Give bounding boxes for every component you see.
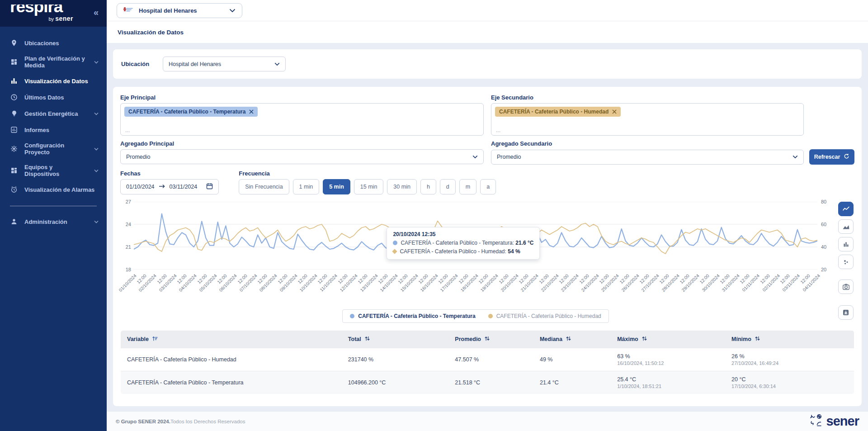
tooltip-row-humidity: CAFETERÍA - Cafetería Público - Humedad:… bbox=[393, 247, 533, 256]
freq-5min-button[interactable]: 5 min bbox=[323, 179, 350, 194]
multiselect-placeholder: ... bbox=[496, 127, 500, 133]
location-dropdown-value: Hospital del Henares bbox=[139, 7, 224, 14]
sidebar-divider bbox=[10, 206, 97, 206]
refresh-button[interactable]: Refrescar bbox=[809, 149, 854, 165]
freq-year-button[interactable]: a bbox=[480, 179, 496, 194]
freq-1min-button[interactable]: 1 min bbox=[293, 179, 320, 194]
chevron-down-icon bbox=[94, 112, 99, 115]
header-variable[interactable]: Variable bbox=[121, 331, 342, 348]
location-filter-card: Ubicación Hospital del Henares bbox=[113, 49, 862, 79]
dates-group: Fechas 01/10/2024 03/11/2024 bbox=[120, 170, 219, 194]
legend-label: CAFETERÍA - Cafetería Público - Temperat… bbox=[358, 313, 475, 319]
header-total[interactable]: Total bbox=[342, 331, 449, 348]
chart-type-bar-button[interactable] bbox=[838, 237, 854, 251]
sidebar-item-label: Gestión Energética bbox=[24, 110, 78, 117]
chart-type-line-button[interactable] bbox=[838, 202, 854, 216]
sidebar: respira by sener « Ubicaciones Plan de V… bbox=[0, 0, 107, 431]
y-tick-label: 18 bbox=[126, 267, 131, 272]
y-tick-label: 80 bbox=[821, 199, 826, 204]
sidebar-item-visualizacion-datos[interactable]: Visualización de Datos bbox=[0, 73, 107, 89]
ubicacion-select-value: Hospital del Henares bbox=[169, 61, 221, 67]
header-maximo[interactable]: Máximo bbox=[611, 331, 725, 348]
frequency-group: Frecuencia Sin Frecuencia 1 min 5 min 15… bbox=[239, 170, 496, 194]
freq-30min-button[interactable]: 30 min bbox=[387, 179, 417, 194]
agregado-secundario-select[interactable]: Promedio bbox=[491, 150, 804, 165]
date-start-value: 01/10/2024 bbox=[126, 184, 155, 190]
sort-icon bbox=[484, 336, 490, 343]
freq-sin-frecuencia-button[interactable]: Sin Frecuencia bbox=[239, 179, 289, 194]
chevron-down-icon bbox=[94, 169, 99, 172]
legend-dot-icon bbox=[488, 314, 493, 318]
report-chart-icon bbox=[10, 126, 18, 134]
refresh-icon bbox=[844, 153, 849, 161]
chart-type-area-button[interactable] bbox=[838, 219, 854, 234]
sidebar-item-administracion[interactable]: Administración bbox=[0, 213, 107, 230]
header-minimo[interactable]: Mínimo bbox=[725, 331, 854, 348]
chart-plot[interactable]: 20/10/2024 12:35 CAFETERÍA - Cafetería P… bbox=[134, 202, 817, 270]
remove-tag-icon[interactable] bbox=[612, 109, 617, 114]
sener-logo: sener bbox=[809, 414, 859, 429]
y-axis-left: 27242118 bbox=[120, 202, 134, 270]
chart-section: 27242118 20/10/2024 12:35 CAFETERÍA - Ca… bbox=[120, 202, 854, 323]
cell-promedio: 21.518 °C bbox=[448, 371, 533, 394]
ubicacion-select[interactable]: Hospital del Henares bbox=[163, 57, 286, 71]
chart-type-scatter-button[interactable] bbox=[838, 255, 854, 269]
sidebar-item-ultimos-datos[interactable]: Últimos Datos bbox=[0, 89, 107, 105]
stats-table-header-row: Variable Total Promedio Mediana Máximo M… bbox=[121, 331, 854, 348]
sort-icon bbox=[755, 336, 760, 343]
sener-glyphs-icon bbox=[809, 414, 823, 429]
table-row-humedad: CAFETERÍA - Cafetería Público - Humedad … bbox=[121, 348, 854, 371]
sidebar-item-ubicaciones[interactable]: Ubicaciones bbox=[0, 35, 107, 51]
cell-mediana: 49 % bbox=[533, 348, 611, 371]
remove-tag-icon[interactable] bbox=[249, 109, 254, 114]
gear-icon bbox=[10, 145, 18, 153]
sidebar-item-gestion-energetica[interactable]: Gestión Energética bbox=[0, 105, 107, 122]
sort-icon bbox=[364, 336, 370, 343]
sidebar-collapse-button[interactable]: « bbox=[94, 7, 99, 18]
freq-15min-button[interactable]: 15 min bbox=[354, 179, 384, 194]
y-tick-label: 40 bbox=[821, 244, 826, 250]
legend-item-temperature[interactable]: CAFETERÍA - Cafetería Público - Temperat… bbox=[350, 313, 475, 319]
sidebar-item-equipos-dispositivos[interactable]: Equipos y Dispositivos bbox=[0, 160, 107, 181]
cell-variable: CAFETERÍA - Cafetería Público - Temperat… bbox=[121, 371, 342, 394]
export-download-button[interactable] bbox=[838, 305, 854, 320]
header-promedio[interactable]: Promedio bbox=[448, 331, 533, 348]
sidebar-item-plan-verificacion[interactable]: Plan de Verificación y Medida bbox=[0, 51, 107, 73]
sidebar-item-visualizacion-alarmas[interactable]: Visualización de Alarmas bbox=[0, 181, 107, 198]
header-mediana[interactable]: Mediana bbox=[533, 331, 611, 348]
freq-hour-button[interactable]: h bbox=[420, 179, 436, 194]
agregado-principal-select[interactable]: Promedio bbox=[120, 149, 484, 164]
sidebar-item-informes[interactable]: Informes bbox=[0, 122, 107, 138]
sener-wordmark: sener bbox=[826, 415, 859, 428]
chart-tooltip: 20/10/2024 12:35 CAFETERÍA - Cafetería P… bbox=[387, 227, 540, 260]
calendar-icon[interactable] bbox=[206, 183, 213, 191]
tag-label: CAFETERÍA - Cafetería Público - Humedad bbox=[499, 109, 609, 115]
stats-table: Variable Total Promedio Mediana Máximo M… bbox=[120, 330, 854, 394]
eje-principal-multiselect[interactable]: CAFETERÍA - Cafetería Público - Temperat… bbox=[120, 103, 484, 136]
date-range-input[interactable]: 01/10/2024 03/11/2024 bbox=[120, 179, 219, 194]
cell-total: 231740 % bbox=[342, 348, 449, 371]
legend-item-humidity[interactable]: CAFETERÍA - Cafetería Público - Humedad bbox=[488, 313, 601, 319]
tooltip-row-temperature: CAFETERÍA - Cafetería Público - Temperat… bbox=[393, 239, 533, 247]
breadcrumb-bar: Visualización de Datos bbox=[107, 21, 868, 43]
eje-secundario-multiselect[interactable]: CAFETERÍA - Cafetería Público - Humedad … bbox=[491, 103, 804, 136]
agregado-secundario-value: Promedio bbox=[497, 154, 521, 160]
agregado-secundario-label: Agregado Secundario bbox=[491, 140, 854, 147]
frequency-buttons: Sin Frecuencia 1 min 5 min 15 min 30 min… bbox=[239, 179, 496, 194]
chevron-down-icon bbox=[94, 220, 99, 223]
sidebar-item-label: Configuración Proyecto bbox=[24, 142, 88, 156]
brand-wordmark: respira bbox=[10, 5, 73, 15]
secondary-axis-column: Eje Secundario CAFETERÍA - Cafetería Púb… bbox=[491, 94, 854, 165]
legend-dot-icon bbox=[350, 314, 354, 318]
sidebar-item-label: Ubicaciones bbox=[24, 40, 59, 47]
sidebar-item-configuracion-proyecto[interactable]: Configuración Proyecto bbox=[0, 138, 107, 160]
sort-asc-icon bbox=[152, 336, 158, 343]
freq-day-button[interactable]: d bbox=[440, 179, 456, 194]
y-tick-label: 21 bbox=[126, 244, 131, 250]
dates-frequency-row: Fechas 01/10/2024 03/11/2024 Frecuencia … bbox=[120, 170, 854, 194]
eje-principal-label: Eje Principal bbox=[120, 94, 484, 101]
location-dropdown[interactable]: Hospital del Henares bbox=[117, 3, 242, 18]
main-area: Hospital del Henares Visualización de Da… bbox=[107, 0, 868, 431]
snapshot-camera-button[interactable] bbox=[838, 279, 854, 294]
freq-month-button[interactable]: m bbox=[459, 179, 476, 194]
